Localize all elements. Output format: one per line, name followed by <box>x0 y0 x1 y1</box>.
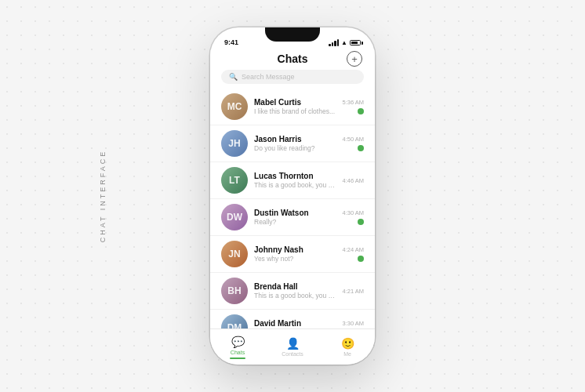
nav-icon-contacts: 👤 <box>286 337 300 350</box>
chat-time: 3:30 AM <box>342 320 364 327</box>
avatar-initials: DM <box>227 322 242 328</box>
avatar-initials: BH <box>227 285 241 296</box>
chat-time: 4:46 AM <box>342 177 364 184</box>
chat-time: 5:36 AM <box>342 99 364 106</box>
chat-info: Dustin Watson Really? <box>254 209 336 226</box>
chat-list-item[interactable]: BH Brenda Hall This is a good book, you … <box>210 273 375 310</box>
avatar: JH <box>221 130 248 157</box>
avatar: JN <box>221 241 248 267</box>
search-bar[interactable]: 🔍 Search Message <box>221 70 364 84</box>
add-chat-button[interactable]: + <box>347 51 362 67</box>
chat-preview: Do you like reading? <box>254 144 336 152</box>
chat-list-item[interactable]: DW Dustin Watson Really? 4:30 AM <box>210 199 375 236</box>
nav-icon-me: 🙂 <box>341 337 354 350</box>
avatar: DW <box>221 204 248 230</box>
chat-name: Mabel Curtis <box>254 98 336 107</box>
chat-info: Mabel Curtis I like this brand of clothe… <box>254 98 336 115</box>
avatar-initials: JN <box>228 249 240 260</box>
search-placeholder: Search Message <box>242 73 356 81</box>
unread-indicator <box>358 145 364 151</box>
chat-list-item[interactable]: JN Johnny Nash Yes why not? 4:24 AM <box>210 236 375 273</box>
chat-preview: Yes why not? <box>254 255 336 263</box>
chat-name: Lucas Thornton <box>254 172 336 180</box>
chat-time: 4:30 AM <box>342 209 364 216</box>
nav-item-chats[interactable]: 💬 Chats <box>210 332 265 362</box>
chat-meta: 4:30 AM <box>342 209 364 225</box>
chat-meta: 4:21 AM <box>342 288 364 295</box>
chat-preview: This is a good book, you c... <box>254 181 336 189</box>
chat-meta: 4:24 AM <box>342 246 364 262</box>
nav-label-chats: Chats <box>231 350 245 355</box>
chat-name: Jason Harris <box>254 135 336 143</box>
chat-time: 4:50 AM <box>342 136 364 143</box>
chat-info: Lucas Thornton This is a good book, you … <box>254 172 336 189</box>
battery-icon <box>350 40 361 45</box>
avatar: BH <box>221 278 248 304</box>
screen: Chats + 🔍 Search Message MC Mabel Curtis… <box>210 49 375 365</box>
chat-meta: 3:30 AM <box>342 320 364 328</box>
nav-label-me: Me <box>343 351 351 357</box>
chat-info: Jason Harris Do you like reading? <box>254 135 336 152</box>
avatar: DM <box>221 314 248 328</box>
chat-time: 4:21 AM <box>342 288 364 295</box>
chat-info: Johnny Nash Yes why not? <box>254 245 336 263</box>
chat-info: Brenda Hall This is a good book, you c..… <box>254 282 336 299</box>
chat-time: 4:24 AM <box>342 246 364 253</box>
chat-preview: This is a good book, you c... <box>254 292 336 299</box>
plus-icon: + <box>351 54 358 64</box>
chat-list-item[interactable]: DM David Martin Really? 3:30 AM <box>210 310 375 328</box>
app-header: Chats + <box>210 49 375 70</box>
status-time: 9:41 <box>224 38 238 46</box>
bottom-nav: 💬 Chats 👤 Contacts 🙂 Me <box>210 328 375 365</box>
nav-icon-chats: 💬 <box>231 336 245 348</box>
chat-list-item[interactable]: JH Jason Harris Do you like reading? 4:5… <box>210 125 375 162</box>
unread-indicator <box>358 219 364 225</box>
avatar-initials: DW <box>227 212 242 223</box>
chat-name: Dustin Watson <box>254 209 336 217</box>
chat-name: Brenda Hall <box>254 282 336 291</box>
avatar-initials: LT <box>229 175 240 186</box>
chat-list: MC Mabel Curtis I like this brand of clo… <box>210 89 375 328</box>
avatar: MC <box>221 93 248 120</box>
chat-list-item[interactable]: MC Mabel Curtis I like this brand of clo… <box>210 89 375 125</box>
phone-notch <box>265 27 320 42</box>
chat-meta: 4:46 AM <box>342 177 364 184</box>
chat-info: David Martin Really? <box>254 319 336 328</box>
nav-active-indicator <box>230 358 245 359</box>
unread-indicator <box>358 108 364 114</box>
chat-list-item[interactable]: LT Lucas Thornton This is a good book, y… <box>210 162 375 199</box>
phone-frame: 9:41 ▲ Chats + 🔍 Search Message <box>210 27 375 365</box>
chat-preview: Really? <box>254 218 336 226</box>
avatar-initials: JH <box>228 138 240 149</box>
chat-meta: 5:36 AM <box>342 99 364 114</box>
avatar-initials: MC <box>227 101 242 112</box>
nav-label-contacts: Contacts <box>282 351 303 357</box>
nav-item-contacts[interactable]: 👤 Contacts <box>265 334 320 360</box>
page-title: Chats <box>278 53 308 65</box>
avatar: LT <box>221 167 248 194</box>
unread-indicator <box>358 256 364 262</box>
signal-icon <box>329 39 339 46</box>
chat-name: Johnny Nash <box>254 245 336 254</box>
chat-meta: 4:50 AM <box>342 136 364 151</box>
wifi-icon: ▲ <box>341 39 347 46</box>
nav-item-me[interactable]: 🙂 Me <box>320 334 375 360</box>
chat-preview: I like this brand of clothes... <box>254 107 336 115</box>
search-icon: 🔍 <box>229 73 238 81</box>
side-label: CHAT INTERFACE <box>99 150 107 243</box>
status-icons: ▲ <box>329 39 361 46</box>
chat-name: David Martin <box>254 319 336 328</box>
